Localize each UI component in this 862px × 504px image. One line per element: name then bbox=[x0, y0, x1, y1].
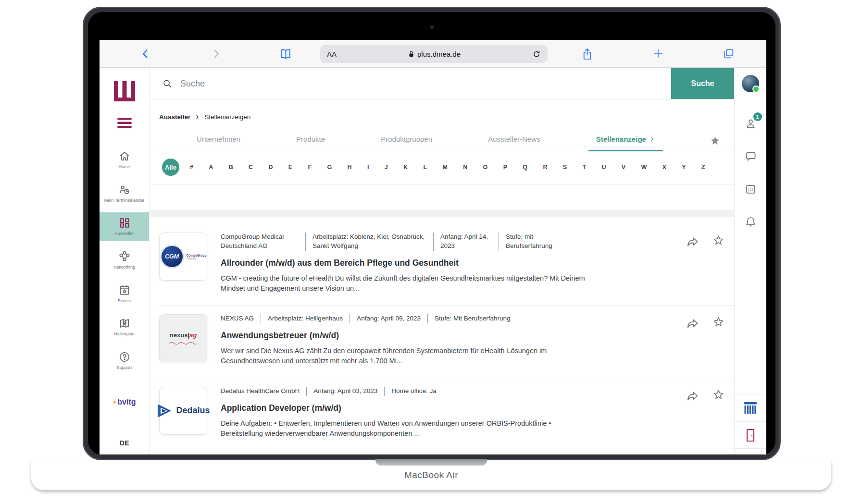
letter-filter[interactable]: J bbox=[385, 164, 388, 171]
tab-unternehmen[interactable]: Unternehmen bbox=[197, 131, 240, 151]
address-bar[interactable]: AA plus.dmea.de bbox=[320, 45, 548, 63]
tab-scroll-chevron-icon bbox=[649, 136, 655, 142]
page: AA plus.dmea.de bbox=[0, 0, 862, 504]
letter-filter[interactable]: T bbox=[582, 164, 586, 171]
notifications-bell-icon[interactable] bbox=[744, 215, 757, 228]
search-input[interactable]: Suche bbox=[180, 79, 205, 89]
letter-filter[interactable]: K bbox=[403, 164, 408, 171]
webcam-dot bbox=[430, 25, 434, 29]
job-meta: CompuGroup Medical Deutschland AG Arbeit… bbox=[221, 233, 592, 251]
language-switch[interactable]: DE bbox=[100, 439, 149, 447]
job-listing-list: CGM CompuGroup Medical bbox=[150, 217, 734, 455]
sidebar-item-aussteller[interactable]: Aussteller bbox=[100, 212, 149, 241]
letter-filter[interactable]: V bbox=[622, 164, 625, 171]
tab-bar: Unternehmen Produkte Produktgruppen Auss… bbox=[150, 131, 734, 151]
share-job-icon[interactable] bbox=[686, 234, 699, 247]
share-icon[interactable] bbox=[581, 48, 593, 61]
company-logo-cgm[interactable]: CGM CompuGroup Medical bbox=[159, 233, 207, 281]
letter-filter[interactable]: W bbox=[641, 164, 647, 171]
letter-filter[interactable]: B bbox=[229, 164, 233, 171]
chat-icon[interactable] bbox=[744, 150, 757, 163]
letter-filter[interactable]: I bbox=[367, 164, 369, 171]
breadcrumb-current: Stellenanzeigen bbox=[204, 113, 250, 121]
refresh-icon[interactable] bbox=[532, 50, 541, 59]
sidebar-item-terminkalender[interactable]: Mein Terminkalender bbox=[100, 179, 149, 208]
menu-icon[interactable] bbox=[117, 118, 132, 128]
sidebar-item-events[interactable]: Events bbox=[100, 280, 149, 308]
url-text[interactable]: plus.dmea.de bbox=[337, 50, 532, 58]
letter-filter[interactable]: Y bbox=[682, 164, 686, 171]
venue-button[interactable] bbox=[735, 394, 766, 421]
text-size-button[interactable]: AA bbox=[327, 50, 337, 58]
new-tab-icon[interactable] bbox=[652, 48, 664, 59]
company-logo-nexus[interactable]: nexus|ag bbox=[159, 314, 207, 362]
letter-filter[interactable]: L bbox=[423, 164, 427, 171]
letter-filter[interactable]: Z bbox=[701, 164, 705, 171]
job-listing: nexus|ag NEXUS AG Arbeitsplatz: Heiligen… bbox=[159, 306, 734, 378]
company-logo-dedalus[interactable]: Dedalus bbox=[159, 387, 207, 435]
favorites-star-icon[interactable] bbox=[710, 135, 721, 147]
logout-button[interactable] bbox=[735, 421, 766, 449]
reader-book-icon[interactable] bbox=[279, 48, 292, 61]
job-title[interactable]: Allrounder (m/w/d) aus dem Bereich Pfleg… bbox=[221, 258, 592, 268]
favorite-job-icon[interactable] bbox=[712, 234, 725, 247]
letter-filter[interactable]: D bbox=[268, 164, 273, 171]
chevron-right-icon bbox=[195, 114, 200, 120]
search-button[interactable]: Suche bbox=[671, 68, 734, 99]
sidebar-nav: Home Mein Terminkalender bbox=[100, 146, 149, 380]
tabs-overview-icon[interactable] bbox=[723, 48, 735, 60]
laptop-lid: AA plus.dmea.de bbox=[83, 7, 781, 460]
job-title[interactable]: Anwendungsbetreuer (m/w/d) bbox=[221, 331, 592, 341]
sidebar-item-networking[interactable]: Networking bbox=[100, 246, 149, 274]
job-listing: CGM CompuGroup Medical bbox=[159, 224, 734, 306]
letter-filter-list: #ABCDEFGHIJKLMNOPQRSTUVWXYZ bbox=[190, 164, 705, 171]
job-title[interactable]: Application Developer (m/w/d) bbox=[221, 403, 592, 413]
letter-filter[interactable]: N bbox=[463, 164, 467, 171]
letter-filter[interactable]: G bbox=[327, 164, 332, 171]
browser-toolbar: AA plus.dmea.de bbox=[100, 40, 766, 68]
letter-filter[interactable]: O bbox=[483, 164, 488, 171]
favorite-job-icon[interactable] bbox=[712, 389, 725, 402]
tab-produktgruppen[interactable]: Produktgruppen bbox=[381, 131, 432, 151]
sidebar-item-hallenplan[interactable]: Hallenplan bbox=[100, 313, 149, 341]
dmea-logo[interactable] bbox=[114, 81, 135, 101]
breadcrumb-root[interactable]: Aussteller bbox=[159, 113, 190, 121]
letter-filter[interactable]: A bbox=[209, 164, 213, 171]
letter-filter[interactable]: E bbox=[288, 164, 292, 171]
letter-filter[interactable]: M bbox=[442, 164, 447, 171]
forward-icon[interactable] bbox=[210, 48, 223, 60]
laptop-notch bbox=[375, 459, 487, 466]
letter-filter[interactable]: H bbox=[348, 164, 352, 171]
filter-all-button[interactable]: Alle bbox=[162, 159, 179, 176]
letter-filter[interactable]: S bbox=[563, 164, 567, 171]
letter-filter[interactable]: C bbox=[249, 164, 253, 171]
letter-filter[interactable]: # bbox=[190, 164, 193, 171]
sidebar-item-home[interactable]: Home bbox=[100, 146, 149, 174]
letter-filter[interactable]: U bbox=[601, 164, 606, 171]
bvitg-arrow-icon: ► bbox=[112, 399, 117, 405]
calendar-icon[interactable] bbox=[744, 183, 757, 196]
breadcrumb: Aussteller Stellenanzeigen bbox=[150, 100, 734, 121]
letter-filter[interactable]: Q bbox=[523, 164, 527, 171]
back-icon[interactable] bbox=[139, 48, 151, 60]
tab-stellenanzeigen[interactable]: Stellenanzeige bbox=[596, 131, 655, 151]
user-avatar[interactable] bbox=[742, 75, 759, 92]
venue-building-icon bbox=[743, 401, 758, 415]
laptop-base: MacBook Air bbox=[31, 459, 831, 490]
share-job-icon[interactable] bbox=[686, 316, 699, 329]
tab-produkte[interactable]: Produkte bbox=[296, 131, 325, 151]
home-icon bbox=[118, 150, 131, 162]
tab-aussteller-news[interactable]: Aussteller-News bbox=[488, 131, 540, 151]
share-job-icon[interactable] bbox=[686, 389, 699, 402]
letter-filter[interactable]: X bbox=[662, 164, 666, 171]
letter-filter[interactable]: P bbox=[503, 164, 507, 171]
left-sidebar: Home Mein Terminkalender bbox=[100, 68, 150, 455]
contacts-icon-wrap[interactable]: 1 bbox=[744, 117, 757, 130]
favorite-job-icon[interactable] bbox=[712, 316, 725, 329]
letter-filter[interactable]: R bbox=[543, 164, 547, 171]
letter-filter[interactable]: F bbox=[308, 164, 312, 171]
sidebar-item-support[interactable]: Support bbox=[100, 346, 149, 375]
nexus-tagline bbox=[168, 341, 198, 344]
search-icon bbox=[162, 78, 173, 89]
rail-bottom-group bbox=[735, 394, 766, 449]
